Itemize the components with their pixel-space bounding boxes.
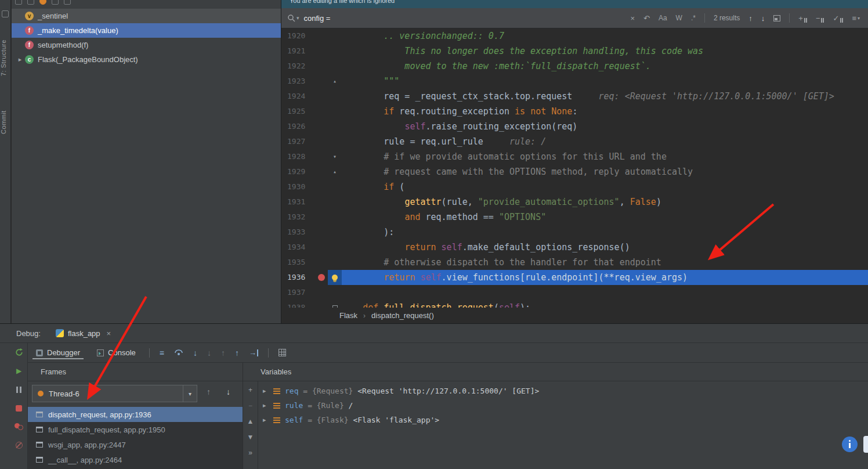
code-line[interactable]: 1932 and req.method == "OPTIONS" <box>281 210 868 225</box>
fold-gutter[interactable] <box>328 210 342 225</box>
code-line[interactable]: 1920 .. versionchanged:: 0.7 <box>281 28 868 44</box>
line-number[interactable]: 1936 <box>281 270 316 285</box>
gutter[interactable]: 1927 <box>281 134 328 149</box>
gutter[interactable]: 1923 <box>281 74 328 89</box>
breakpoint-gutter[interactable] <box>316 240 328 255</box>
step-out-icon[interactable]: ↑ <box>235 348 239 358</box>
fold-arrow-up-icon[interactable]: ▴ <box>328 74 342 89</box>
expand-chevron-icon[interactable]: ▸ <box>15 56 25 63</box>
structure-item[interactable]: v_sentinel <box>12 9 281 23</box>
code-line[interactable]: 1930 if ( <box>281 179 868 194</box>
code-line[interactable]: 1929▴ # request came with the OPTIONS me… <box>281 164 868 179</box>
search-history-chevron-icon[interactable]: ▾ <box>296 15 299 21</box>
line-number[interactable]: 1924 <box>281 89 316 104</box>
line-number[interactable]: 1933 <box>281 225 316 240</box>
breakpoint-gutter[interactable] <box>316 210 328 225</box>
line-number[interactable]: 1935 <box>281 255 316 270</box>
fold-gutter[interactable] <box>328 44 342 59</box>
breadcrumb-current[interactable]: dispatch_request() <box>371 311 434 320</box>
step-out-of-block-icon[interactable]: ↑ <box>221 348 225 358</box>
breakpoint-gutter[interactable] <box>316 300 328 308</box>
fold-gutter[interactable] <box>328 194 342 210</box>
resume-icon[interactable]: ▶ <box>15 366 24 376</box>
thread-selector[interactable]: Thread-6 ▾ <box>32 385 197 402</box>
gutter[interactable]: 1937 <box>281 285 328 300</box>
gutter[interactable]: 1928 <box>281 149 328 164</box>
undo-icon[interactable]: ↶ <box>643 14 650 23</box>
gutter[interactable]: 1926 <box>281 119 328 134</box>
force-step-into-icon[interactable]: ↓ <box>207 348 211 358</box>
code-line[interactable]: 1924 req = _request_ctx_stack.top.reques… <box>281 89 868 104</box>
group-methods-icon[interactable] <box>27 0 34 5</box>
line-number[interactable]: 1929 <box>281 164 316 179</box>
breakpoint-gutter[interactable] <box>316 285 328 300</box>
breakpoint-gutter[interactable] <box>316 149 328 164</box>
code-line[interactable]: 1928▾ # if we provide automatic options … <box>281 149 868 164</box>
code-line[interactable]: 1938− def full_dispatch_request(self): <box>281 300 868 308</box>
gutter[interactable]: 1934 <box>281 240 328 255</box>
gutter[interactable]: 1921 <box>281 44 328 59</box>
previous-occurrence-icon[interactable]: ↑ <box>748 14 753 23</box>
run-to-cursor-icon[interactable]: → <box>249 348 258 357</box>
stack-frame-row[interactable]: __call__, app.py:2464 <box>28 452 243 467</box>
sort-icon[interactable] <box>15 0 22 5</box>
line-number[interactable]: 1921 <box>281 44 316 59</box>
breakpoint-gutter[interactable] <box>316 164 328 179</box>
code-line[interactable]: 1937 <box>281 285 868 300</box>
move-up-icon[interactable]: ▲ <box>247 417 254 425</box>
info-notification-icon[interactable] <box>842 436 858 452</box>
commit-tool-button[interactable]: Commit <box>0 106 11 139</box>
filter-search-results-icon[interactable]: ≡▾ <box>852 14 860 23</box>
line-number[interactable]: 1927 <box>281 134 316 149</box>
code-line[interactable]: 1933 ): <box>281 225 868 240</box>
gutter[interactable]: 1932 <box>281 210 328 225</box>
gutter[interactable]: 1933 <box>281 225 328 240</box>
step-over-icon[interactable] <box>174 348 183 358</box>
tab-debugger[interactable]: Debugger <box>32 346 84 359</box>
variable-row[interactable]: ▸rule = {Rule} / <box>258 398 868 413</box>
add-watch-icon[interactable]: + <box>248 386 252 394</box>
step-into-icon[interactable]: ↓ <box>193 348 197 358</box>
fold-gutter[interactable] <box>328 285 342 300</box>
line-number[interactable]: 1931 <box>281 194 316 210</box>
breakpoint-gutter[interactable] <box>316 255 328 270</box>
code-line[interactable]: 1925 if req.routing_exception is not Non… <box>281 104 868 119</box>
variable-row[interactable]: ▸req = {Request} <Request 'http://127.0.… <box>258 384 868 398</box>
line-number[interactable]: 1937 <box>281 285 316 300</box>
thread-dropdown-chevron-icon[interactable]: ▾ <box>183 385 197 402</box>
fold-gutter[interactable] <box>328 134 342 149</box>
gutter[interactable]: 1938 <box>281 300 328 308</box>
breakpoint-gutter[interactable] <box>316 28 328 44</box>
fold-arrow-up-icon[interactable]: ▴ <box>328 164 342 179</box>
fold-gutter[interactable] <box>328 270 342 285</box>
rerun-icon[interactable] <box>15 348 24 357</box>
view-breakpoints-icon[interactable] <box>15 422 24 431</box>
expand-all-icon[interactable] <box>52 0 59 5</box>
remove-occurrence-icon[interactable]: − <box>816 14 824 23</box>
breakpoint-dot[interactable] <box>318 274 325 281</box>
expander-icon[interactable]: ▸ <box>263 416 273 424</box>
close-session-icon[interactable]: × <box>107 329 111 338</box>
structure-item[interactable]: ▸cFlask(_PackageBoundObject) <box>12 52 281 67</box>
breakpoint-gutter[interactable] <box>316 225 328 240</box>
select-all-occurrences-icon[interactable]: ✓ <box>833 14 843 23</box>
line-number[interactable]: 1938 <box>281 300 316 308</box>
tab-console[interactable]: Console <box>93 346 139 359</box>
gutter[interactable]: 1929 <box>281 164 328 179</box>
breakpoint-gutter[interactable] <box>316 44 328 59</box>
code-line[interactable]: 1934 return self.make_default_options_re… <box>281 240 868 255</box>
expander-icon[interactable]: ▸ <box>263 387 273 395</box>
gutter[interactable]: 1922 <box>281 59 328 74</box>
gutter[interactable]: 1925 <box>281 104 328 119</box>
stop-icon[interactable] <box>15 403 24 413</box>
regex-toggle[interactable]: .* <box>691 14 696 22</box>
breakpoint-gutter[interactable] <box>316 74 328 89</box>
stack-frame-row[interactable]: dispatch_request, app.py:1936 <box>28 407 243 422</box>
breakpoint-gutter[interactable] <box>316 194 328 210</box>
fold-arrow-down-icon[interactable]: ▾ <box>328 149 342 164</box>
variable-row[interactable]: ▸self = {Flask} <Flask 'flask_app'> <box>258 413 868 427</box>
match-case-toggle[interactable]: Aa <box>659 14 667 22</box>
structure-tool-button[interactable]: 7: Structure <box>0 30 11 86</box>
gutter[interactable]: 1935 <box>281 255 328 270</box>
code-editor[interactable]: 1920 .. versionchanged:: 0.71921 This no… <box>281 28 868 308</box>
